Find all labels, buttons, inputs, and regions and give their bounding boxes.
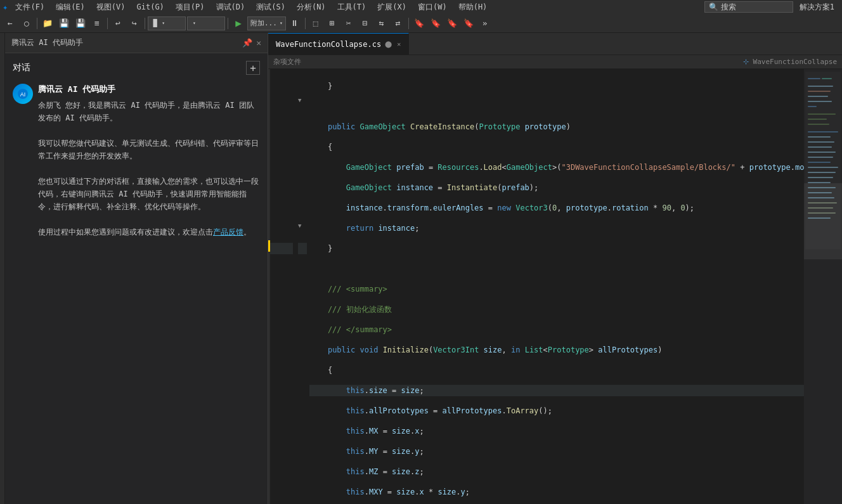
toolbar-btn7[interactable]: ✂ — [341, 16, 356, 31]
menu-test[interactable]: 测试(S) — [251, 0, 290, 14]
code-line: this.MX = size.x; — [309, 425, 804, 437]
code-editor[interactable]: ▼ ▼ — [268, 69, 842, 504]
fold-empty — [298, 209, 307, 220]
change-indicator-col — [268, 69, 270, 504]
fold-empty — [298, 129, 307, 140]
minimap — [804, 69, 842, 504]
toolbar-btn5[interactable]: ⬚ — [308, 16, 323, 31]
main-area: 腾讯云 AI 代码助手 📌 ✕ 对话 + AI 腾讯云 AI 代码助手 — [0, 33, 842, 504]
svg-text:AI: AI — [20, 91, 26, 98]
line-num — [270, 163, 293, 174]
fold-column: ▼ ▼ — [298, 72, 307, 504]
ai-panel-pin-icon[interactable]: 📌 — [242, 38, 252, 48]
ai-panel: 腾讯云 AI 代码助手 📌 ✕ 对话 + AI 腾讯云 AI 代码助手 — [5, 33, 268, 504]
fold-empty — [298, 117, 307, 129]
fold-empty — [298, 106, 307, 117]
activity-bar — [0, 33, 5, 504]
menu-tools[interactable]: 工具(T) — [332, 0, 372, 14]
ai-message-1: 余朋飞 您好，我是腾讯云 AI 代码助手，是由腾讯云 AI 团队发布的 AI 代… — [38, 99, 260, 125]
toolbar-new-project[interactable]: 📁 — [40, 16, 55, 31]
menu-edit[interactable]: 编辑(E) — [51, 0, 90, 14]
ai-new-dialog-button[interactable]: + — [246, 61, 260, 75]
code-line: this.MXY = size.x * size.y; — [309, 486, 804, 498]
toolbar-config-dropdown[interactable]: ▐▌ ▾ — [148, 16, 186, 30]
toolbar-btn10[interactable]: ⇄ — [391, 16, 406, 31]
toolbar-pause[interactable]: ⏸ — [287, 16, 302, 31]
toolbar-bookmark[interactable]: 🔖 — [411, 16, 427, 31]
menu-file[interactable]: 文件(F) — [10, 0, 49, 14]
code-line: } — [309, 81, 804, 92]
line-num — [270, 220, 293, 231]
tab-close-icon[interactable]: ✕ — [397, 41, 401, 48]
line-num — [270, 72, 293, 83]
code-body[interactable]: } public GameObject CreateInstance(Proto… — [307, 72, 804, 504]
menu-window[interactable]: 窗口(W) — [413, 0, 452, 14]
ai-dialog-title: 对话 — [13, 62, 30, 74]
code-line-active: this.size = size; — [309, 385, 804, 396]
fold-empty — [298, 83, 307, 94]
ai-panel-icons: 📌 ✕ — [242, 38, 261, 48]
toolbar-undo[interactable]: ↩ — [110, 16, 126, 31]
line-num — [270, 94, 293, 106]
toolbar-btn9[interactable]: ⇆ — [374, 16, 389, 31]
toolbar-btn6[interactable]: ⊞ — [325, 16, 340, 31]
breadcrumb-right-label: WaveFunctionCollapse — [753, 58, 837, 66]
editor-scroll-area[interactable]: ▼ ▼ — [270, 69, 804, 504]
toolbar-platform-dropdown[interactable]: ▾ — [187, 16, 225, 30]
toolbar-run-dropdown[interactable]: 附加... ▾ — [247, 16, 286, 30]
fold-btn[interactable]: ▼ — [298, 94, 307, 106]
search-icon: 🔍 — [709, 3, 718, 11]
toolbar-config-label: ▐▌ — [151, 19, 159, 27]
toolbar-save-all[interactable]: 💾 — [73, 16, 88, 31]
menu-analyze[interactable]: 分析(N) — [292, 0, 331, 14]
code-line: GameObject prefab = Resources.Load<GameO… — [309, 162, 804, 173]
fold-empty — [298, 174, 307, 186]
toolbar-btn8[interactable]: ⊟ — [358, 16, 373, 31]
menu-git[interactable]: Git(G) — [132, 0, 169, 14]
breadcrumb-right: ⊹ WaveFunctionCollapse — [743, 58, 837, 66]
editor-panel: WaveFunctionCollapse.cs ⬤ ✕ 杂项文件 ⊹ WaveF… — [268, 33, 842, 504]
breadcrumb-left: 杂项文件 — [273, 57, 301, 67]
menu-debug[interactable]: 调试(D) — [211, 0, 250, 14]
toolbar-back[interactable]: ← — [3, 16, 18, 31]
code-line: return instance; — [309, 223, 804, 234]
ai-message-4: 使用过程中如果您遇到问题或有改进建议，欢迎点击产品反馈。 — [38, 226, 260, 238]
menu-help[interactable]: 帮助(H) — [453, 0, 493, 14]
tab-wavefunctioncollapse[interactable]: WaveFunctionCollapse.cs ⬤ ✕ — [268, 33, 409, 55]
toolbar-sep3 — [145, 18, 145, 29]
code-line: /// <summary> — [309, 283, 804, 295]
toolbar-config-arrow: ▾ — [162, 20, 165, 26]
menu-extensions[interactable]: 扩展(X) — [372, 0, 411, 14]
editor-inner: ▼ ▼ — [270, 69, 804, 504]
ai-message-2: 我可以帮您做代码建议、单元测试生成、代码纠错、代码评审等日常工作来提升您的开发效… — [38, 137, 260, 163]
ai-panel-close-icon[interactable]: ✕ — [256, 38, 261, 48]
code-line: public GameObject CreateInstance(Prototy… — [309, 121, 804, 132]
active-line-indicator — [268, 240, 270, 252]
code-line: /// 初始化波函数 — [309, 304, 804, 315]
search-box[interactable]: 🔍 搜索 — [704, 1, 793, 13]
tab-bar: WaveFunctionCollapse.cs ⬤ ✕ — [268, 33, 842, 55]
toolbar-more[interactable]: » — [477, 16, 493, 31]
toolbar-redo[interactable]: ↪ — [127, 16, 142, 31]
feedback-link[interactable]: 产品反馈 — [213, 228, 243, 236]
tab-label: WaveFunctionCollapse.cs — [276, 40, 381, 49]
ai-message-3: 您也可以通过下方的对话框，直接输入您的需求，也可以选中一段代码，右键询问腾讯云 … — [38, 175, 260, 214]
toolbar-bookmark2[interactable]: 🔖 — [428, 16, 443, 31]
fold-btn[interactable]: ▼ — [298, 220, 307, 231]
line-num — [270, 106, 293, 117]
code-line: this.allPrototypes = allPrototypes.ToArr… — [309, 405, 804, 417]
menu-view[interactable]: 视图(V) — [91, 0, 131, 14]
toolbar-bookmark4[interactable]: 🔖 — [461, 16, 476, 31]
fold-empty — [298, 72, 307, 83]
toolbar-forward[interactable]: ○ — [19, 16, 34, 31]
toolbar-save[interactable]: 💾 — [56, 16, 72, 31]
app-logo: ✦ — [3, 2, 8, 12]
tab-modified-indicator: ⬤ — [385, 41, 392, 48]
toolbar-bookmark3[interactable]: 🔖 — [444, 16, 460, 31]
fold-empty — [298, 163, 307, 174]
menu-project[interactable]: 项目(P) — [171, 0, 210, 14]
line-num — [270, 209, 293, 220]
toolbar-run[interactable]: ▶ — [231, 16, 246, 31]
toolbar-btn4[interactable]: ≡ — [89, 16, 105, 31]
svg-rect-30 — [805, 72, 841, 249]
